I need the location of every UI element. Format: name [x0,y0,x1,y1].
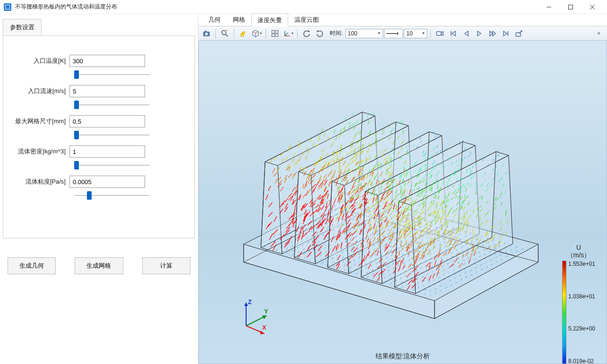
colorbar-gradient [562,261,566,364]
fluid-viscosity-input[interactable] [69,176,145,188]
time-label: 时间: [330,29,342,37]
view-toolbar: ▾ ▾ 时间: 100▼ 10▼ ≡ [198,26,607,41]
inlet-temperature-input[interactable] [69,55,145,67]
svg-marker-24 [478,31,481,36]
line-style-dropdown[interactable] [384,29,403,38]
maximize-button[interactable] [560,0,581,14]
colorbar-unit: （m/s） [562,251,595,260]
right-panel: 几何 网格 速度矢量 温度云图 ▾ ▾ 时间: 100▼ 10▼ [198,14,607,364]
viewport-3d[interactable]: Z Y X U （m/s） 1.553e+01 1.038e+01 5.229e… [198,41,607,364]
skip-last-icon[interactable] [500,28,512,39]
svg-point-5 [205,33,208,35]
line-width-value: 10 [406,30,412,37]
fluid-density-input[interactable] [69,145,145,158]
svg-line-17 [285,33,288,36]
tab-geometry[interactable]: 几何 [202,13,227,26]
svg-rect-9 [241,34,244,36]
inlet-temperature-slider[interactable] [74,74,150,75]
camera-icon[interactable] [200,28,213,39]
svg-rect-6 [205,31,206,32]
tab-velocity-vector[interactable]: 速度矢量 [251,13,288,26]
param-label: 流体粘度[Pa/s] [13,178,69,186]
fluid-density-slider[interactable] [74,165,150,166]
colorbar-title: U [562,244,595,251]
axes-style-icon[interactable]: ▾ [282,28,294,39]
svg-line-284 [351,113,353,116]
colorbar-tick: 1.038e+01 [568,293,595,300]
max-mesh-size-input[interactable] [69,115,145,127]
result-caption: 结果模型:流体分析 [199,352,607,361]
inlet-velocity-input[interactable] [69,85,145,97]
tab-mesh[interactable]: 网格 [227,13,251,26]
generate-mesh-button[interactable]: 生成网格 [75,257,123,274]
time-dropdown[interactable]: 100▼ [345,29,383,38]
params-tab[interactable]: 参数设置 [3,19,42,36]
generate-geometry-button[interactable]: 生成几何 [8,257,56,274]
svg-line-8 [226,34,228,36]
params-frame: 入口温度[K] 入口流速[m/s] 最大网格尺寸[mm] 流体密度[kg/m^3… [3,35,195,238]
zoom-icon[interactable] [219,28,231,39]
colorbar-tick: 5.229e+00 [568,325,595,332]
rotate-cw-icon[interactable] [314,28,326,39]
svg-marker-23 [465,31,468,36]
colorbar-tick: 1.553e+01 [568,261,595,267]
fluid-viscosity-slider[interactable] [74,195,150,196]
param-label: 入口流速[m/s] [13,87,69,95]
svg-marker-27 [504,31,507,36]
svg-line-12 [256,32,258,33]
colorbar: U （m/s） 1.553e+01 1.038e+01 5.229e+00 8.… [562,244,595,364]
minimize-button[interactable] [538,0,560,14]
svg-marker-22 [452,31,455,36]
export-icon[interactable] [513,28,525,39]
svg-line-264 [344,118,347,120]
compute-button[interactable]: 计算 [142,257,190,274]
step-back-icon[interactable] [460,28,472,39]
svg-rect-20 [436,32,441,35]
highlight-icon[interactable] [237,28,249,39]
svg-line-11 [253,32,256,33]
svg-point-7 [222,30,226,34]
inlet-velocity-slider[interactable] [74,104,150,105]
fit-view-icon[interactable] [269,28,281,39]
step-forward-icon[interactable] [487,28,499,39]
svg-rect-1 [569,5,573,9]
svg-marker-1901 [260,330,265,334]
play-icon[interactable] [473,28,486,39]
more-icon[interactable]: ≡ [593,28,605,39]
line-width-input[interactable]: 10▼ [404,29,427,38]
time-value: 100 [348,30,357,37]
app-icon [4,3,11,11]
param-label: 流体密度[kg/m^3] [13,147,69,156]
record-icon[interactable] [434,28,446,39]
param-label: 最大网格尺寸[mm] [13,117,69,126]
rotate-ccw-icon[interactable] [300,28,313,39]
cube-style-icon[interactable]: ▾ [250,28,263,39]
skip-first-icon[interactable] [447,28,459,39]
svg-marker-1895 [244,302,248,306]
orientation-triad: Z Y X [237,297,274,335]
left-panel: 参数设置 入口温度[K] 入口流速[m/s] 最大网格尺寸[mm] [0,14,198,364]
view-tabs: 几何 网格 速度矢量 温度云图 [198,14,607,26]
svg-text:Y: Y [264,308,268,315]
tab-temperature-contour[interactable]: 温度云图 [288,13,325,26]
svg-line-204 [321,129,323,133]
param-label: 入口温度[K] [13,57,69,65]
window-title: 不等腰梯形热板内的气体流动和温度分布 [15,3,117,11]
close-button[interactable] [581,0,603,14]
svg-marker-25 [490,31,493,36]
title-bar: 不等腰梯形热板内的气体流动和温度分布 [0,0,607,14]
max-mesh-size-slider[interactable] [74,135,150,135]
svg-text:X: X [262,324,266,331]
svg-line-1900 [246,326,263,333]
svg-text:Z: Z [248,298,252,305]
